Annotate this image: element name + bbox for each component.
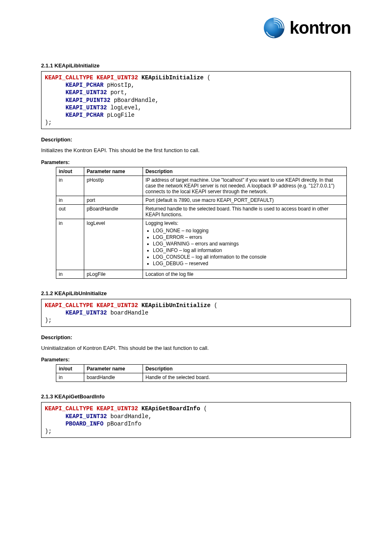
label-description: Description:: [41, 136, 351, 143]
brand-name: kontron: [290, 18, 351, 38]
table-row: out pBoardHandle Returned handle to the …: [56, 204, 347, 219]
heading-boardinfo: 2.1.3 KEApiGetBoardInfo: [41, 393, 351, 400]
desc-uninit: Uninitialization of Kontron EAPI. This s…: [41, 345, 351, 352]
brand-logo: kontron: [263, 17, 351, 39]
table-row: in port Port (default is 7890, use macro…: [56, 196, 347, 204]
table-row: in pHostIp IP address of target machine.…: [56, 176, 347, 196]
params-table-init: in/out Parameter name Description in pHo…: [56, 167, 347, 279]
section-boardinfo: 2.1.3 KEApiGetBoardInfo KEAPI_CALLTYPE K…: [41, 393, 351, 438]
section-init: 2.1.1 KEApiLibInitialize KEAPI_CALLTYPE …: [41, 62, 351, 279]
table-row: in pLogFile Location of the log file: [56, 270, 347, 278]
kontron-swirl-icon: [263, 17, 285, 39]
label-parameters: Parameters:: [41, 160, 351, 165]
heading-init: 2.1.1 KEApiLibInitialize: [41, 62, 351, 69]
code-init: KEAPI_CALLTYPE KEAPI_UINT32 KEApiLibInit…: [41, 71, 351, 129]
code-boardinfo: KEAPI_CALLTYPE KEAPI_UINT32 KEApiGetBoar…: [41, 402, 351, 438]
section-uninit: 2.1.2 KEApiLibUnInitialize KEAPI_CALLTYP…: [41, 290, 351, 382]
params-table-uninit: in/out Parameter name Description in boa…: [56, 364, 347, 382]
desc-init: Initializes the Kontron EAPI. This shoul…: [41, 147, 351, 154]
code-uninit: KEAPI_CALLTYPE KEAPI_UINT32 KEApiLibUnIn…: [41, 299, 351, 327]
label-description: Description:: [41, 334, 351, 340]
table-row: in logLevel Logging levels: LOG_NONE – n…: [56, 219, 347, 270]
label-parameters: Parameters:: [41, 357, 351, 363]
code-ret-type: KEAPI_CALLTYPE KEAPI_UINT32: [45, 74, 138, 81]
heading-uninit: 2.1.2 KEApiLibUnInitialize: [41, 290, 351, 296]
page-header: kontron: [41, 17, 351, 39]
code-fn-name: KEApiLibInitialize: [141, 74, 203, 81]
table-row: in boardHandle Handle of the selected bo…: [56, 373, 347, 382]
log-levels-list: LOG_NONE – no logging LOG_ERROR – errors…: [153, 227, 344, 267]
